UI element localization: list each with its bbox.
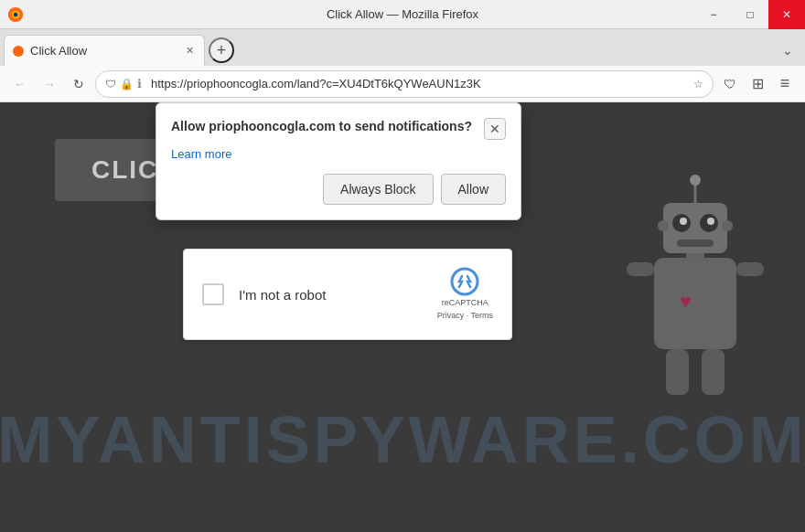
- active-tab[interactable]: Click Allow ✕: [4, 35, 205, 66]
- lock-icon: 🔒: [120, 78, 134, 90]
- svg-point-19: [658, 220, 669, 231]
- titlebar-title: Click Allow — Mozilla Firefox: [327, 7, 478, 21]
- recaptcha-brand: reCAPTCHA: [442, 298, 488, 309]
- svg-point-8: [680, 218, 687, 225]
- svg-rect-15: [736, 262, 764, 276]
- menu-button[interactable]: ≡: [772, 71, 798, 97]
- back-button[interactable]: ←: [7, 71, 33, 97]
- extensions-button[interactable]: ⊞: [745, 71, 770, 97]
- info-icon: ℹ: [137, 77, 142, 90]
- robot-image: ♥: [604, 139, 787, 450]
- always-block-button[interactable]: Always Block: [323, 174, 433, 205]
- svg-point-12: [690, 175, 701, 186]
- captcha-label: I'm not a robot: [239, 287, 423, 303]
- robot-svg: ♥: [613, 148, 778, 441]
- titlebar-left: [7, 6, 24, 23]
- svg-rect-4: [654, 258, 736, 349]
- refresh-button[interactable]: ↻: [66, 71, 91, 97]
- svg-rect-16: [666, 349, 689, 395]
- popup-title: Allow priophooncogla.com to send notific…: [171, 118, 472, 136]
- popup-close-button[interactable]: ✕: [484, 118, 506, 140]
- tab-close-button[interactable]: ✕: [182, 44, 197, 59]
- tab-favicon: [12, 45, 25, 58]
- popup-buttons: Always Block Allow: [171, 174, 506, 205]
- maximize-button[interactable]: □: [732, 0, 768, 29]
- nav-right-buttons: 🛡 ⊞ ≡: [717, 71, 798, 97]
- captcha-box: I'm not a robot reCAPTCHA Privacy · Term…: [183, 249, 512, 340]
- address-icons: 🛡 🔒 ℹ: [105, 77, 142, 90]
- tab-title: Click Allow: [30, 44, 87, 58]
- url-text: https://priophooncogla.com/land?c=XU4DtT…: [151, 77, 688, 90]
- shield-button[interactable]: 🛡: [717, 71, 743, 97]
- address-bar[interactable]: 🛡 🔒 ℹ https://priophooncogla.com/land?c=…: [95, 70, 714, 98]
- recaptcha-subtext: Privacy · Terms: [437, 311, 493, 322]
- forward-button[interactable]: →: [37, 71, 62, 97]
- firefox-icon: [7, 6, 24, 23]
- svg-rect-14: [627, 262, 654, 276]
- svg-rect-10: [677, 239, 714, 247]
- shield-icon: 🛡: [105, 78, 116, 90]
- titlebar-controls: − □ ✕: [695, 0, 805, 29]
- svg-point-20: [722, 220, 733, 231]
- svg-point-9: [707, 218, 714, 225]
- tabbar: Click Allow ✕ + ⌄: [0, 29, 805, 66]
- titlebar: Click Allow — Mozilla Firefox − □ ✕: [0, 0, 805, 29]
- svg-rect-13: [686, 253, 704, 261]
- svg-point-3: [13, 46, 24, 57]
- popup-header: Allow priophooncogla.com to send notific…: [171, 118, 506, 140]
- recaptcha-icon: [450, 267, 479, 296]
- captcha-logo: reCAPTCHA Privacy · Terms: [437, 267, 493, 321]
- captcha-checkbox[interactable]: [202, 283, 224, 305]
- navbar: ← → ↻ 🛡 🔒 ℹ https://priophooncogla.com/l…: [0, 66, 805, 102]
- close-button[interactable]: ✕: [768, 0, 805, 29]
- page-content: MYANTISPYWARE.COM CLICK ALLOW: [0, 102, 805, 532]
- new-tab-button[interactable]: +: [209, 37, 234, 63]
- svg-point-2: [14, 12, 18, 16]
- notification-popup: Allow priophooncogla.com to send notific…: [156, 102, 521, 220]
- bookmark-icon[interactable]: ☆: [693, 78, 703, 90]
- minimize-button[interactable]: −: [695, 0, 732, 29]
- svg-rect-17: [702, 349, 724, 395]
- allow-button[interactable]: Allow: [441, 174, 506, 205]
- learn-more-link[interactable]: Learn more: [171, 147, 506, 161]
- svg-text:♥: ♥: [680, 290, 692, 313]
- tab-overflow-button[interactable]: ⌄: [774, 37, 801, 63]
